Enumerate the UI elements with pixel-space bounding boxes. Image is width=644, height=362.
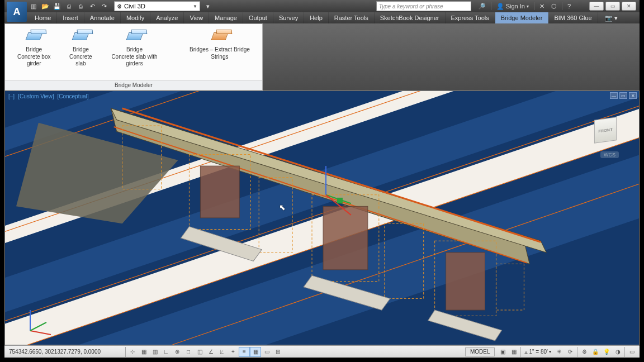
sb-grid-icon[interactable]: ▥ — [149, 347, 160, 357]
sb-layout-icon[interactable]: ▣ — [497, 347, 508, 357]
ribbon: Bridge Concrete box girder Bridge Concre… — [4, 23, 640, 90]
sb-infer-icon[interactable]: ⊹ — [127, 347, 138, 357]
sb-otrack-icon[interactable]: ∠ — [205, 347, 216, 357]
sb-annoauto-icon[interactable]: ⟳ — [565, 347, 576, 357]
viewport[interactable]: [–] [Custom View] [Conceptual] — ▭ ✕ FRO… — [4, 90, 640, 345]
tab-insert[interactable]: Insert — [57, 12, 84, 23]
tab-survey[interactable]: Survey — [273, 12, 304, 23]
rb-l1: Bridges – Extract Bridge Strings — [184, 46, 255, 60]
exchange-icon[interactable]: ✕ — [538, 3, 546, 10]
tab-sketchbook[interactable]: SketchBook Designer — [375, 12, 446, 23]
vp-style-control[interactable]: [Conceptual] — [56, 93, 89, 99]
workspace-dropdown[interactable]: ⚙ Civil 3D ▼ — [114, 1, 200, 11]
view-cube[interactable]: FRONT — [589, 113, 622, 147]
viewport-top-icons: — ▭ ✕ — [610, 92, 637, 99]
qat-open-icon[interactable]: 📂 — [40, 1, 50, 11]
vp-minimize-icon[interactable]: — — [610, 92, 618, 99]
box-girder-icon — [25, 32, 42, 40]
search-go-icon[interactable]: 🔎 — [476, 3, 487, 10]
tab-overflow-button[interactable]: 📷 ▾ — [600, 12, 622, 23]
sb-hardware-icon[interactable]: 💡 — [601, 347, 612, 357]
vp-view-control[interactable]: [Custom View] — [17, 93, 55, 99]
qat-more-icon[interactable]: ▾ — [203, 1, 213, 11]
sb-3dosnap-icon[interactable]: ◫ — [194, 347, 205, 357]
app-icon[interactable]: A — [7, 2, 27, 22]
scene — [5, 91, 639, 345]
sb-snap-icon[interactable]: ▦ — [138, 347, 149, 357]
help-icon[interactable]: ? — [566, 3, 572, 9]
coordinates-readout: 754342.6650, 3021327.7279, 0.0000 — [7, 349, 124, 355]
vp-close-icon[interactable]: ✕ — [629, 92, 637, 99]
app-window: — ▭ ✕ A ▥ 📂 💾 ⎙ ⎙ ↶ ↷ ⚙ Civil 3D ▼ ▾ Typ… — [4, 0, 640, 358]
tab-view[interactable]: View — [184, 12, 209, 23]
sign-in-button[interactable]: 👤 Sign In ▾ — [495, 3, 531, 10]
sb-model-button[interactable]: MODEL — [465, 347, 495, 356]
qat-plot-icon[interactable]: ⎙ — [75, 1, 86, 11]
sb-ducs-icon[interactable]: ⟀ — [216, 347, 228, 357]
sb-ortho-icon[interactable]: ∟ — [160, 347, 172, 357]
sb-quickview-icon[interactable]: ▦ — [508, 347, 519, 357]
tab-raster-tools[interactable]: Raster Tools — [329, 12, 375, 23]
slab-icon — [72, 32, 89, 40]
sb-polar-icon[interactable]: ⊕ — [172, 347, 183, 357]
rb-l1: Bridge — [26, 46, 42, 54]
sb-osnap-icon[interactable]: □ — [183, 347, 194, 357]
tab-manage[interactable]: Manage — [209, 12, 243, 23]
qat-new-icon[interactable]: ▥ — [29, 1, 39, 11]
tab-help[interactable]: Help — [304, 12, 329, 23]
sign-in-label: Sign In — [506, 3, 525, 9]
sb-qp-icon[interactable]: ▭ — [261, 347, 272, 357]
rb-l2: Concrete box girder — [12, 54, 56, 68]
tab-express-tools[interactable]: Express Tools — [446, 12, 495, 23]
sb-lineweight-icon[interactable]: ≡ — [239, 347, 250, 357]
qat-saveas-icon[interactable]: ⎙ — [64, 1, 74, 11]
tab-home[interactable]: Home — [29, 12, 57, 23]
ribbon-tabs: Home Insert Annotate Modify Analyze View… — [4, 12, 640, 23]
search-input[interactable]: Type a keyword or phrase — [376, 1, 471, 11]
bridge-concrete-slab-girders-button[interactable]: Bridge Concrete slab with girders — [101, 27, 168, 69]
autodesk-icon[interactable]: ⬡ — [550, 3, 558, 10]
status-bar: 754342.6650, 3021327.7279, 0.0000 ⊹ ▦ ▥ … — [4, 345, 640, 358]
rb-l2: Concrete slab — [65, 54, 96, 68]
qat-undo-icon[interactable]: ↶ — [87, 1, 97, 11]
sb-lock-icon[interactable]: 🔒 — [590, 347, 601, 357]
bridge-concrete-box-girder-button[interactable]: Bridge Concrete box girder — [7, 27, 60, 69]
sb-isolate-icon[interactable]: ◑ — [612, 347, 623, 357]
search-placeholder: Type a keyword or phrase — [379, 3, 443, 9]
svg-rect-15 — [200, 166, 239, 218]
sb-annotation-scale[interactable]: ⟁ 1" = 80' ▾ — [522, 349, 553, 355]
chevron-down-icon: ▾ — [527, 4, 529, 9]
qat-save-icon[interactable]: 💾 — [52, 1, 62, 11]
maximize-button[interactable]: ▭ — [605, 2, 620, 11]
sb-sc-icon[interactable]: ⊞ — [272, 347, 283, 357]
bridge-concrete-slab-button[interactable]: Bridge Concrete slab — [60, 27, 101, 69]
wcs-label[interactable]: WCS — [600, 151, 619, 158]
ucs-axis-icon — [22, 306, 55, 339]
sb-transparency-icon[interactable]: ▦ — [250, 347, 261, 357]
vp-maximize-icon[interactable]: ▭ — [619, 92, 627, 99]
qat-redo-icon[interactable]: ↷ — [99, 1, 109, 11]
minimize-button[interactable]: — — [589, 2, 604, 11]
svg-line-33 — [30, 331, 51, 335]
svg-rect-31 — [337, 198, 343, 203]
scale-value: 1" = 80' — [529, 349, 548, 355]
tab-modify[interactable]: Modify — [121, 12, 150, 23]
tab-bim360[interactable]: BIM 360 Glue — [548, 12, 598, 23]
sb-annovis-icon[interactable]: ✳ — [553, 347, 565, 357]
tab-bridge-modeler[interactable]: Bridge Modeler — [495, 12, 549, 23]
tab-analyze[interactable]: Analyze — [150, 12, 184, 23]
tab-output[interactable]: Output — [243, 12, 273, 23]
tab-annotate[interactable]: Annotate — [84, 12, 121, 23]
viewport-labels: [–] [Custom View] [Conceptual] — [7, 93, 90, 99]
sb-clean-icon[interactable]: ▭ — [626, 347, 637, 357]
rb-l2: Concrete slab with girders — [105, 54, 164, 68]
cursor-icon: ⬉ — [279, 203, 286, 212]
sb-ws-icon[interactable]: ⚙ — [579, 347, 590, 357]
svg-rect-16 — [323, 206, 368, 270]
bridge-extract-strings-button[interactable]: Bridges – Extract Bridge Strings — [179, 27, 260, 61]
close-button[interactable]: ✕ — [622, 2, 636, 11]
vp-minus-control[interactable]: [–] — [7, 93, 16, 99]
view-cube-face[interactable]: FRONT — [594, 117, 617, 143]
sb-dyn-icon[interactable]: + — [228, 347, 239, 357]
chevron-down-icon: ▼ — [193, 4, 197, 9]
